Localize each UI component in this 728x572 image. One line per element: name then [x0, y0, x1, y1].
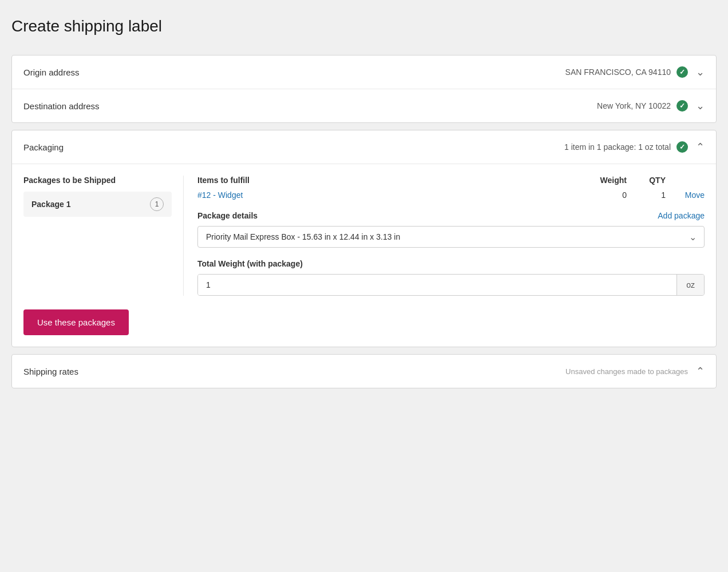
address-card: Origin address SAN FRANCISCO, CA 94110 ⌄… — [11, 55, 717, 123]
packages-grid: Packages to be Shipped Package 1 1 Items… — [23, 176, 705, 296]
package-details-label: Package details — [197, 211, 258, 220]
weight-col-header: Weight — [581, 176, 627, 185]
packages-col-header: Packages to be Shipped — [23, 176, 172, 185]
origin-address-row[interactable]: Origin address SAN FRANCISCO, CA 94110 ⌄ — [12, 55, 716, 89]
shipping-rates-header[interactable]: Shipping rates Unsaved changes made to p… — [12, 355, 716, 388]
shipping-rates-right: Unsaved changes made to packages ⌃ — [565, 365, 705, 378]
packaging-check-icon — [676, 141, 688, 153]
package-select[interactable]: Priority Mail Express Box - 15.63 in x 1… — [197, 226, 705, 248]
page-title: Create shipping label — [11, 11, 717, 41]
destination-address-label: Destination address — [23, 101, 100, 111]
weight-label: Total Weight (with package) — [197, 259, 705, 268]
move-link[interactable]: Move — [670, 190, 705, 200]
shipping-rates-chevron-up-icon: ⌃ — [696, 365, 705, 378]
weight-input[interactable] — [198, 275, 676, 295]
destination-address-value: New York, NY 10022 — [597, 101, 671, 110]
packaging-header-right: 1 item in 1 package: 1 oz total ⌃ — [564, 141, 705, 153]
origin-address-label: Origin address — [23, 67, 80, 77]
package-select-wrapper: Priority Mail Express Box - 15.63 in x 1… — [197, 226, 705, 248]
package-1-count: 1 — [155, 200, 159, 208]
items-col-header: Items to fulfill — [197, 176, 576, 185]
item-link[interactable]: #12 - Widget — [197, 190, 576, 200]
origin-address-right: SAN FRANCISCO, CA 94110 ⌄ — [565, 66, 705, 78]
page-container: Create shipping label Origin address SAN… — [11, 11, 717, 388]
destination-address-right: New York, NY 10022 ⌄ — [597, 100, 705, 112]
packaging-header[interactable]: Packaging 1 item in 1 package: 1 oz tota… — [12, 130, 716, 164]
item-row: #12 - Widget 0 1 Move — [197, 190, 705, 200]
packaging-summary: 1 item in 1 package: 1 oz total — [564, 142, 671, 152]
packaging-card: Packaging 1 item in 1 package: 1 oz tota… — [11, 130, 717, 347]
shipping-rates-label: Shipping rates — [23, 367, 78, 376]
package-1-name: Package 1 — [31, 200, 71, 209]
package-1-badge: 1 — [150, 197, 164, 211]
item-weight: 0 — [581, 190, 627, 200]
use-packages-button[interactable]: Use these packages — [23, 309, 129, 335]
origin-chevron-down-icon: ⌄ — [696, 66, 705, 78]
weight-unit: oz — [676, 275, 704, 295]
destination-chevron-down-icon: ⌄ — [696, 100, 705, 112]
shipping-rates-card: Shipping rates Unsaved changes made to p… — [11, 354, 717, 388]
item-qty: 1 — [631, 190, 666, 200]
origin-address-value: SAN FRANCISCO, CA 94110 — [565, 67, 671, 77]
use-packages-btn-wrapper: Use these packages — [23, 296, 705, 335]
packaging-body: Packages to be Shipped Package 1 1 Items… — [12, 164, 716, 347]
package-1-item[interactable]: Package 1 1 — [23, 192, 172, 217]
package-details-header: Package details Add package — [197, 211, 705, 220]
packaging-chevron-up-icon: ⌃ — [696, 141, 705, 153]
weight-input-group: oz — [197, 274, 705, 296]
destination-address-check-icon — [676, 100, 688, 112]
destination-address-row[interactable]: Destination address New York, NY 10022 ⌄ — [12, 89, 716, 122]
items-table-header: Items to fulfill Weight QTY — [197, 176, 705, 185]
packages-left: Packages to be Shipped Package 1 1 — [23, 176, 184, 296]
add-package-link[interactable]: Add package — [658, 211, 705, 220]
qty-col-header: QTY — [631, 176, 666, 185]
origin-address-check-icon — [676, 66, 688, 78]
packages-right: Items to fulfill Weight QTY #12 - Widget… — [184, 176, 705, 296]
packaging-label: Packaging — [23, 142, 64, 152]
unsaved-changes-text: Unsaved changes made to packages — [565, 367, 688, 376]
